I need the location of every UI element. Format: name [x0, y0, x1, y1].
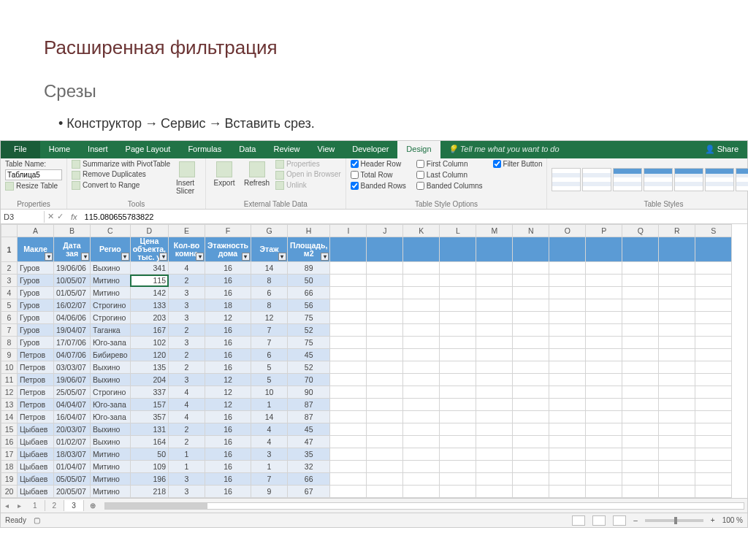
cell[interactable]: [695, 411, 732, 423]
column-header[interactable]: K: [403, 225, 440, 237]
cell[interactable]: 19/06/06: [54, 262, 91, 275]
cell[interactable]: [549, 411, 586, 423]
cell[interactable]: [367, 448, 403, 461]
filter-dropdown-icon[interactable]: ▾: [159, 253, 167, 261]
cell[interactable]: [476, 399, 513, 411]
cell[interactable]: [403, 262, 440, 275]
enter-icon[interactable]: ✓: [57, 212, 64, 221]
cell[interactable]: [622, 486, 659, 498]
cell[interactable]: [586, 461, 622, 473]
convert-range-button[interactable]: Convert to Range: [72, 181, 170, 190]
column-header[interactable]: S: [695, 225, 732, 237]
cell[interactable]: [403, 448, 440, 461]
cell[interactable]: [659, 399, 695, 411]
cell[interactable]: [367, 473, 403, 486]
cell[interactable]: [330, 386, 367, 399]
cell[interactable]: [476, 349, 513, 361]
cell[interactable]: 66: [287, 287, 329, 299]
cell[interactable]: 16: [205, 262, 251, 275]
cell[interactable]: [622, 473, 659, 486]
cell[interactable]: [403, 337, 440, 349]
row-header[interactable]: 18: [1, 461, 18, 473]
cell[interactable]: [440, 374, 476, 386]
cell[interactable]: 16: [205, 337, 251, 349]
cell[interactable]: [622, 423, 659, 436]
cell[interactable]: [622, 299, 659, 312]
table-header-cell[interactable]: Макле▾: [18, 237, 54, 262]
cell[interactable]: 7: [251, 473, 287, 486]
cell[interactable]: 16: [205, 486, 251, 498]
ribbon-tab-design[interactable]: Design: [397, 141, 440, 158]
cell[interactable]: 05/05/07: [54, 473, 91, 486]
cell[interactable]: [330, 349, 367, 361]
export-button[interactable]: Export: [210, 160, 238, 188]
cell[interactable]: Строгино: [91, 299, 131, 312]
cell[interactable]: [513, 262, 549, 275]
cell[interactable]: [549, 374, 586, 386]
cell[interactable]: [330, 287, 367, 299]
cell[interactable]: 3: [169, 486, 205, 498]
cell[interactable]: [513, 275, 549, 287]
cell[interactable]: Юго-запа: [91, 411, 131, 423]
cell[interactable]: 16: [205, 324, 251, 337]
cell[interactable]: 3: [169, 299, 205, 312]
cell[interactable]: [403, 423, 440, 436]
cell[interactable]: [403, 287, 440, 299]
row-header[interactable]: 2: [1, 262, 18, 275]
refresh-button[interactable]: Refresh: [241, 160, 272, 188]
cell[interactable]: [586, 374, 622, 386]
cell[interactable]: [622, 324, 659, 337]
cell[interactable]: 12: [205, 312, 251, 324]
column-header[interactable]: R: [659, 225, 695, 237]
cell[interactable]: 20/05/07: [54, 486, 91, 498]
cell[interactable]: [549, 486, 586, 498]
cell[interactable]: Петров: [18, 386, 54, 399]
cell[interactable]: 18/03/07: [54, 448, 91, 461]
cell[interactable]: [622, 461, 659, 473]
sheet-nav-next[interactable]: ▸: [13, 502, 26, 510]
cell[interactable]: [586, 361, 622, 374]
cell[interactable]: Цыбаев: [18, 486, 54, 498]
cell[interactable]: 16: [205, 275, 251, 287]
cell[interactable]: [622, 399, 659, 411]
cell[interactable]: 2: [169, 361, 205, 374]
column-header[interactable]: N: [513, 225, 549, 237]
cell[interactable]: 4: [169, 262, 205, 275]
cell[interactable]: Выхино: [91, 374, 131, 386]
cell[interactable]: [476, 374, 513, 386]
cell[interactable]: [476, 473, 513, 486]
cell[interactable]: Митино: [91, 448, 131, 461]
cell[interactable]: [476, 337, 513, 349]
spreadsheet-grid[interactable]: ABCDEFGHIJKLMNOPQRS1Макле▾Дата зая▾Регио…: [1, 224, 747, 498]
horizontal-scrollbar[interactable]: [104, 502, 744, 510]
row-header[interactable]: 6: [1, 312, 18, 324]
cell[interactable]: 16: [205, 473, 251, 486]
cell[interactable]: [695, 423, 732, 436]
cell[interactable]: 45: [287, 423, 329, 436]
normal-view-button[interactable]: [572, 515, 585, 526]
cell[interactable]: 7: [251, 324, 287, 337]
cell[interactable]: 12: [251, 312, 287, 324]
cell[interactable]: 3: [169, 287, 205, 299]
cell[interactable]: 04/06/06: [54, 312, 91, 324]
cell[interactable]: Митино: [91, 275, 131, 287]
cell[interactable]: [622, 262, 659, 275]
cell[interactable]: [622, 337, 659, 349]
cell[interactable]: [695, 287, 732, 299]
cell[interactable]: [549, 399, 586, 411]
column-header[interactable]: C: [91, 225, 131, 237]
cell[interactable]: 1: [251, 461, 287, 473]
cell[interactable]: 01/02/07: [54, 436, 91, 448]
cell[interactable]: 120: [130, 349, 168, 361]
cell[interactable]: Петров: [18, 361, 54, 374]
ribbon-tab-developer[interactable]: Developer: [343, 141, 397, 158]
summarize-pivot-button[interactable]: Summarize with PivotTable: [72, 160, 170, 169]
ribbon-tab-view[interactable]: View: [309, 141, 344, 158]
cell[interactable]: 16: [205, 361, 251, 374]
cell[interactable]: Петров: [18, 399, 54, 411]
cell[interactable]: [476, 411, 513, 423]
column-header[interactable]: L: [440, 225, 476, 237]
cell[interactable]: 131: [130, 423, 168, 436]
cell[interactable]: 1: [169, 448, 205, 461]
row-header[interactable]: 8: [1, 337, 18, 349]
